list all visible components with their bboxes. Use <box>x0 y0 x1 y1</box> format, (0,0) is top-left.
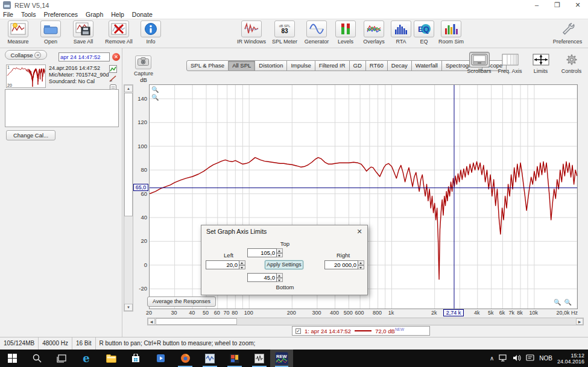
menu-help[interactable]: Help <box>111 11 124 19</box>
right-limit-field[interactable] <box>324 260 364 269</box>
remove-all-button[interactable]: Remove All <box>100 20 138 45</box>
bitdepth-status: 16 Bit <box>72 337 96 350</box>
gear-icon <box>561 52 582 67</box>
menu-donate[interactable]: Donate <box>132 11 153 19</box>
overlays-button[interactable]: Overlays <box>359 20 388 45</box>
info-button[interactable]: Info <box>139 20 163 45</box>
zoom-in-x-icon[interactable]: 🔍 <box>554 299 561 306</box>
movies-tv-icon[interactable] <box>148 350 172 367</box>
tab-spl-phase[interactable]: SPL & Phase <box>186 60 229 71</box>
scrollbars-button[interactable]: Scrollbars <box>465 52 493 74</box>
freq-axis-button[interactable]: Freq. Axis <box>496 52 524 74</box>
search-button[interactable] <box>25 350 49 367</box>
tab-distortion[interactable]: Distortion <box>255 60 287 71</box>
horizontal-scrollbar[interactable]: ◀ ▶ <box>147 318 584 325</box>
top-spinner[interactable] <box>277 248 283 257</box>
preferences-button[interactable]: Preferences <box>551 20 584 45</box>
dialog-close-icon[interactable]: ✕ <box>355 227 364 236</box>
limits-button[interactable]: Limits <box>526 52 555 74</box>
action-center-icon[interactable] <box>526 353 534 364</box>
capture-button[interactable] <box>135 55 151 69</box>
volume-icon[interactable] <box>513 353 521 364</box>
generator-button[interactable]: Generator <box>302 20 332 45</box>
trace-new-badge: NEW <box>395 327 404 331</box>
spl-meter-button[interactable]: dB SPL 83 SPL Meter <box>270 20 300 45</box>
menu-graph[interactable]: Graph <box>86 11 103 19</box>
scroll-right-icon[interactable]: ▶ <box>576 318 583 325</box>
tab-gd[interactable]: GD <box>350 60 366 71</box>
top-limit-field[interactable] <box>247 248 283 257</box>
menu-tools[interactable]: Tools <box>21 11 36 19</box>
collapse-button[interactable]: Collapse « <box>5 50 47 60</box>
network-icon[interactable] <box>499 353 508 364</box>
measurements-list[interactable] <box>5 89 119 127</box>
menu-preferences[interactable]: Preferences <box>43 11 78 19</box>
app-audio-icon[interactable] <box>198 350 222 367</box>
controls-button[interactable]: Controls <box>557 52 586 74</box>
measurement-name-input[interactable] <box>58 52 110 61</box>
left-limit-field[interactable] <box>206 260 245 269</box>
minimize-button[interactable]: – <box>526 0 547 11</box>
x-tick: 2k <box>431 310 437 316</box>
tab-all-spl[interactable]: All SPL <box>229 60 255 71</box>
left-spinner[interactable] <box>239 260 245 269</box>
right-spinner[interactable] <box>358 260 364 269</box>
save-all-button[interactable]: Save All <box>68 20 99 45</box>
zoom-in-y-icon[interactable]: 🔍 <box>151 86 159 93</box>
measure-button[interactable]: Measure <box>2 20 34 45</box>
tab-filtered-ir[interactable]: Filtered IR <box>315 60 350 71</box>
x-tick: 300 <box>312 310 321 316</box>
x-axis-ticks: 203040506070801002003004005006008001k2k4… <box>149 310 578 317</box>
firefox-icon[interactable] <box>173 350 197 367</box>
ir-windows-button[interactable]: IR Windows <box>235 20 268 45</box>
eq-button[interactable]: EQ EQ <box>414 20 434 45</box>
store-icon[interactable] <box>124 350 148 367</box>
remove-measurement-icon[interactable]: ✕ <box>112 53 120 61</box>
average-responses-button[interactable]: Average the Responses <box>147 296 216 307</box>
start-button[interactable] <box>0 350 24 367</box>
scroll-left-icon[interactable]: ◀ <box>148 318 155 325</box>
rew-taskbar-icon[interactable]: REW <box>270 350 293 367</box>
trace-legend: ✓ 1: apr 24 14:47:52 72,0 dBNEW <box>292 326 430 336</box>
bottom-spinner[interactable] <box>277 273 283 282</box>
app-color-icon[interactable] <box>223 350 247 367</box>
bottom-limit-field[interactable] <box>247 273 283 282</box>
tab-waterfall[interactable]: Waterfall <box>412 60 442 71</box>
x-tick: 40 <box>189 310 195 316</box>
tray-expand-icon[interactable]: ∧ <box>490 355 494 362</box>
tab-impulse[interactable]: Impulse <box>287 60 315 71</box>
edge-icon[interactable]: e <box>74 350 98 367</box>
open-button[interactable]: Open <box>35 20 66 45</box>
zoom-out-x-icon[interactable]: 🔍 <box>564 299 571 306</box>
graph-tabs: SPL & PhaseAll SPLDistortionImpulseFilte… <box>186 60 507 71</box>
close-button[interactable]: ✕ <box>567 0 588 11</box>
maximize-button[interactable]: ❐ <box>547 0 567 11</box>
horizontal-scrollbar-thumb[interactable] <box>156 318 237 325</box>
x-tick: 100 <box>244 310 253 316</box>
rta-button[interactable]: RTA <box>390 20 412 45</box>
tab-rt60[interactable]: RT60 <box>366 60 388 71</box>
task-view-button[interactable] <box>49 350 74 367</box>
trace-checkbox[interactable]: ✓ <box>296 328 301 334</box>
menu-file[interactable]: File <box>3 11 13 19</box>
file-explorer-icon[interactable] <box>99 350 123 367</box>
measurements-panel: Collapse « ✕ 1 20 24.apr.2016 14:47:52 M… <box>0 48 122 337</box>
toolbar: Measure Open Save All Remove All Info <box>0 19 588 48</box>
tab-decay[interactable]: Decay <box>388 60 412 71</box>
zoom-out-y-icon[interactable]: 🔍 <box>151 94 159 101</box>
app-icon <box>3 1 11 9</box>
language-indicator[interactable]: NOB <box>539 355 552 362</box>
change-cal-button[interactable]: Change Cal... <box>6 130 55 140</box>
x-tick: 400 <box>330 310 339 316</box>
app-waveform-icon[interactable] <box>247 350 271 367</box>
graph-info-icon[interactable] <box>109 64 117 72</box>
measurement-info: 24.apr.2016 14:47:52 Mic/Meter: 7015742_… <box>49 65 109 85</box>
trim-ir-icon[interactable] <box>109 74 117 82</box>
levels-button[interactable]: Levels <box>334 20 358 45</box>
set-graph-axis-limits-dialog: Set Graph Axis Limits ✕ Top Left Apply S… <box>201 225 368 295</box>
y-tick: 140 <box>131 95 147 102</box>
clock[interactable]: 15:12 24.04.2016 <box>557 353 587 365</box>
apply-settings-button[interactable]: Apply Settings <box>265 260 303 269</box>
measurement-thumbnail[interactable]: 1 20 <box>6 64 46 88</box>
room-sim-button[interactable]: Room Sim <box>436 20 466 45</box>
